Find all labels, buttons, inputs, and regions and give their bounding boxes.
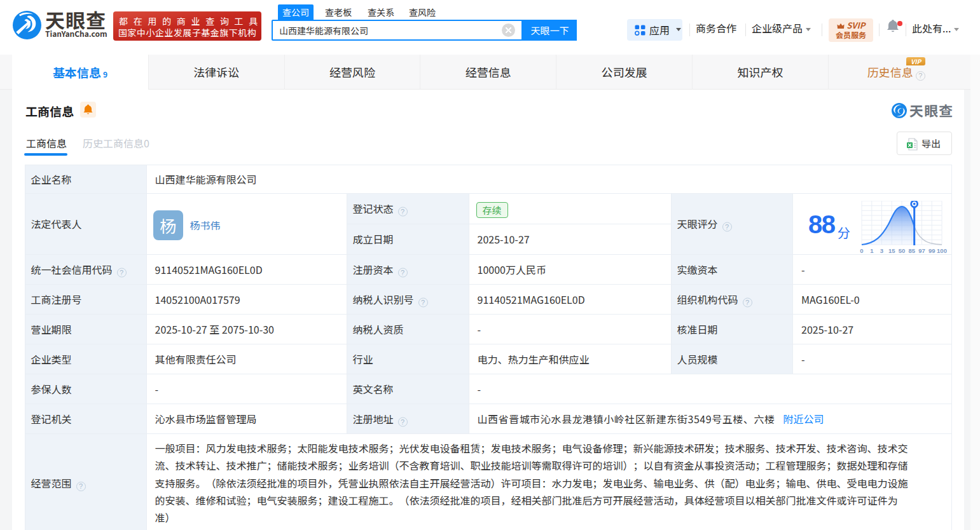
svg-text:100: 100: [937, 247, 947, 254]
svg-text:3: 3: [880, 247, 883, 254]
svg-text:50: 50: [899, 247, 906, 254]
svg-text:85: 85: [909, 247, 916, 254]
svg-text:0: 0: [860, 247, 863, 254]
svg-text:99: 99: [928, 247, 935, 254]
svg-text:97: 97: [918, 247, 925, 254]
svg-text:15: 15: [888, 247, 895, 254]
svg-text:1: 1: [870, 247, 874, 254]
